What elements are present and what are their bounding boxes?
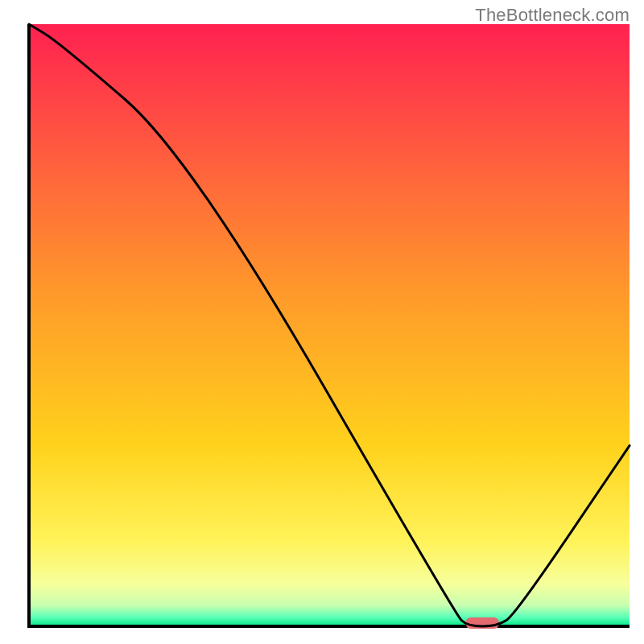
chart-container: TheBottleneck.com (0, 0, 644, 644)
plot-background (29, 24, 630, 626)
chart-svg (0, 0, 644, 644)
